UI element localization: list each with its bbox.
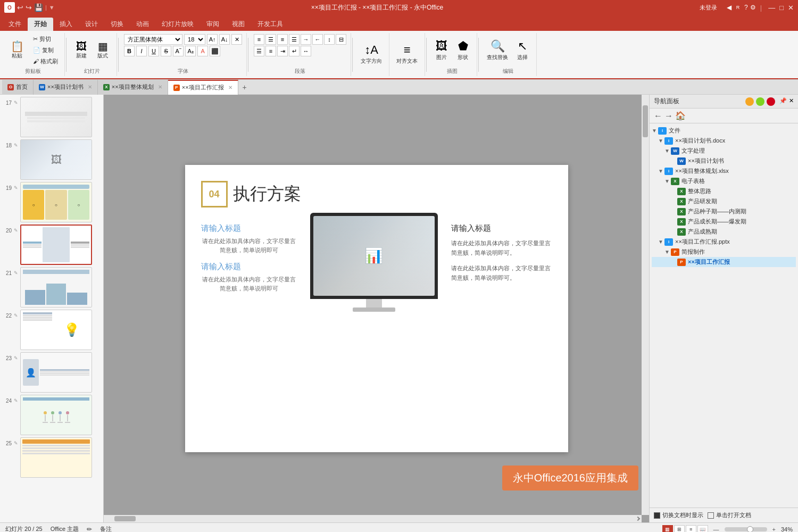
undo-icon[interactable]: ↩ [17, 3, 23, 12]
slide-21-thumbnail[interactable] [20, 267, 92, 307]
align-right-button[interactable]: ≡ [277, 34, 288, 45]
font-family-select[interactable]: 方正黑体简体 [124, 34, 182, 45]
tab-view[interactable]: 视图 [226, 18, 251, 31]
scroll-right-arrow[interactable] [636, 517, 640, 521]
tree-item-growth[interactable]: ▶ X 产品成长期——爆发期 [652, 217, 796, 227]
para-indent1-button[interactable]: ⇥ [277, 46, 288, 56]
expand-plan-xlsx[interactable]: ▼ [658, 168, 664, 174]
align-center-button[interactable]: ☰ [265, 34, 276, 45]
font-size-up-button[interactable]: A↑ [207, 34, 218, 45]
select-button[interactable]: ↖ 选择 [513, 38, 532, 63]
highlight-button[interactable]: ⬛ [210, 46, 220, 56]
tree-item-excel-folder[interactable]: ▼ X 电子表格 [652, 176, 796, 186]
cut-button[interactable]: ✂ 剪切 [31, 34, 60, 44]
rtl-button[interactable]: ↔ [301, 46, 311, 56]
redo-icon[interactable]: ↪ [26, 3, 32, 12]
click-open-option[interactable]: 单击打开文档 [708, 511, 751, 519]
tree-item-rnd[interactable]: ▶ X 产品研发期 [652, 196, 796, 206]
indent-in-button[interactable]: → [301, 34, 311, 45]
tab-review[interactable]: 审阅 [200, 18, 226, 31]
nav-maximize-button[interactable] [756, 97, 764, 106]
zoom-level[interactable]: 34% [781, 526, 793, 533]
tab-animation[interactable]: 动画 [130, 18, 155, 31]
customize-icon[interactable]: ▼ [49, 4, 55, 11]
avatar[interactable]: R [734, 3, 742, 12]
vertical-scroll-thumb[interactable] [643, 105, 648, 137]
tab-insert[interactable]: 插入 [53, 18, 79, 31]
vertical-scrollbar[interactable] [642, 95, 649, 515]
expand-plan[interactable]: ▼ [658, 138, 664, 144]
tab-project-plan2[interactable]: X ××项目整体规划 ✕ [98, 80, 168, 95]
right-body-1[interactable]: 请在此处添加具体内容，文字尽量里言简意赅，简单说明即可。 [451, 239, 552, 257]
normal-view-button[interactable]: ▦ [662, 525, 673, 533]
user-icon1[interactable]: ◀ [727, 4, 732, 11]
zoom-plus-button[interactable]: + [772, 526, 776, 533]
tree-item-plan-docx[interactable]: ▼ i ××项目计划书.docx [652, 136, 796, 146]
slide-22-thumbnail[interactable]: 💡 [20, 310, 92, 350]
tree-item-mature[interactable]: ▶ X 产品成熟期 [652, 227, 796, 237]
slide-18-thumbnail[interactable]: 🖼 [20, 139, 92, 180]
settings-icon[interactable]: ⚙ [750, 4, 756, 11]
layout-button[interactable]: ▦ 版式 [93, 39, 112, 61]
clear-format-button[interactable]: ✕ [231, 34, 242, 45]
login-status[interactable]: 未登录 [700, 4, 717, 12]
notes-label[interactable]: 备注 [100, 525, 112, 532]
indent-out-button[interactable]: ← [312, 34, 323, 45]
nav-pin-button[interactable]: 📌 [779, 97, 787, 106]
expand-root[interactable]: ▼ [652, 128, 658, 134]
format-brush-button[interactable]: 🖌 格式刷 [31, 56, 60, 66]
new-tab-button[interactable]: + [238, 81, 251, 94]
nav-collapse-button[interactable]: ✕ [789, 97, 794, 106]
shadow-button[interactable]: A‾ [173, 46, 184, 56]
picture-button[interactable]: 🖼 图片 [432, 38, 451, 63]
paste-button[interactable]: 📋 粘贴 [5, 39, 29, 61]
tab-project-report[interactable]: P ××项目工作汇报 ✕ [168, 80, 238, 95]
tab-developer[interactable]: 开发工具 [251, 18, 289, 31]
numbering-button[interactable]: ≡ [265, 46, 276, 56]
line-spacing-button[interactable]: ↕ [324, 34, 335, 45]
save-icon[interactable]: 💾 [34, 3, 43, 12]
slide-19-thumbnail[interactable]: ○ ○ ○ [20, 182, 92, 222]
horizontal-scroll-thumb[interactable] [114, 516, 136, 521]
expand-word-folder[interactable]: ▼ [664, 148, 671, 154]
para-indent2-button[interactable]: ↵ [289, 46, 300, 56]
close-plan-button[interactable]: ✕ [88, 84, 92, 90]
nav-home-button[interactable]: 🏠 [675, 111, 686, 121]
expand-excel-folder[interactable]: ▼ [664, 178, 671, 184]
tree-item-overall[interactable]: ▶ X 整体思路 [652, 186, 796, 196]
tree-item-seed[interactable]: ▶ X 产品种子期——内测期 [652, 206, 796, 217]
tab-home-doc[interactable]: O 首页 [2, 80, 34, 95]
bullets-button[interactable]: ☰ [254, 46, 264, 56]
right-body-2[interactable]: 请在此处添加具体内容，文字尽量里言简意赅，简单说明即可。 [451, 264, 552, 282]
tree-item-word-folder[interactable]: ▼ W 文字处理 [652, 146, 796, 156]
tab-home[interactable]: 开始 [28, 18, 53, 31]
text-direction-button[interactable]: ↕A 文字方向 [358, 41, 385, 66]
tab-project-plan[interactable]: W ××项目计划书 ✕ [34, 80, 98, 95]
expand-report-folder[interactable]: ▼ [664, 249, 671, 255]
bold-button[interactable]: B [124, 46, 135, 56]
find-replace-button[interactable]: 🔍 查找替换 [484, 38, 511, 63]
zoom-slider[interactable] [725, 527, 767, 531]
font-color-button[interactable]: A [197, 46, 208, 56]
right-title[interactable]: 请输入标题 [451, 223, 552, 234]
expand-report[interactable]: ▼ [658, 239, 664, 245]
nav-back-button[interactable]: ← [654, 111, 662, 121]
click-open-checkbox[interactable] [708, 512, 714, 519]
justify-button[interactable]: ☰ [289, 34, 300, 45]
left-body-2[interactable]: 请在此处添加具体内容，文字尽量言简意赅，简单说明即可 [201, 275, 297, 293]
tree-item-root[interactable]: ▼ i 文件 [652, 126, 796, 136]
tab-design[interactable]: 设计 [79, 18, 104, 31]
reading-view-button[interactable]: 📖 [697, 525, 708, 533]
nav-close-button[interactable] [767, 97, 775, 106]
slide-25-thumbnail[interactable] [20, 437, 92, 478]
slide-17-thumbnail[interactable] [20, 97, 92, 137]
switch-doc-checkbox[interactable] [654, 512, 660, 519]
tree-item-plan-xlsx[interactable]: ▼ i ××项目整体规划.xlsx [652, 166, 796, 176]
subscript-button[interactable]: A₂ [185, 46, 196, 56]
align-text-button[interactable]: ≡ 对齐文本 [394, 41, 420, 66]
nav-forward-button[interactable]: → [664, 111, 673, 121]
align-left-button[interactable]: ≡ [254, 34, 264, 45]
font-size-select[interactable]: 18 [184, 34, 205, 45]
slide-24-thumbnail[interactable] [20, 395, 92, 435]
notes-view-button[interactable]: ≡ [686, 525, 696, 533]
